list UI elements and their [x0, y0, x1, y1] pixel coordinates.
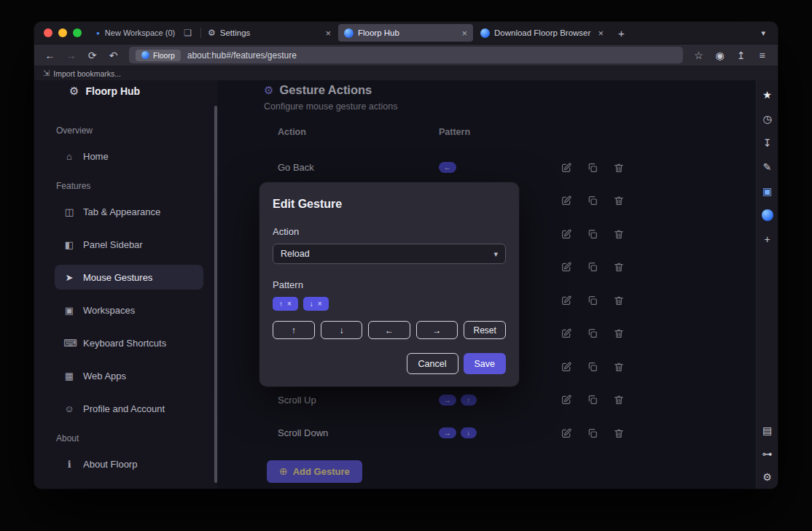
action-select[interactable]: Reload ▾ [273, 244, 506, 264]
edit-gesture-button[interactable] [559, 326, 574, 341]
downloads-icon[interactable]: ↧ [763, 137, 772, 149]
sidebar-item-workspaces[interactable]: ▣ Workspaces [55, 298, 203, 322]
edit-gesture-button[interactable] [559, 227, 574, 241]
duplicate-gesture-button[interactable] [585, 426, 600, 441]
duplicate-gesture-button[interactable] [585, 360, 600, 374]
sidebar-item-profile-account[interactable]: ☺ Profile and Account [55, 396, 203, 421]
workspace-dot-icon: ● [96, 30, 100, 36]
table-header: Action Pattern [278, 123, 632, 141]
import-bookmarks-button[interactable]: ⇲ Import bookmarks... [43, 69, 121, 78]
reset-button[interactable]: Reset [464, 321, 506, 339]
archive-icon[interactable]: ▤ [762, 425, 772, 436]
forward-button[interactable]: → [61, 47, 81, 64]
duplicate-gesture-button[interactable] [585, 160, 600, 175]
duplicate-gesture-button[interactable] [585, 193, 600, 208]
direction-right-button[interactable]: → [416, 321, 458, 339]
web-panel-icon[interactable]: ▣ [762, 185, 772, 197]
workspace-indicator[interactable]: ● New Workspace (0) [92, 28, 182, 37]
edit-gesture-button[interactable] [559, 293, 574, 308]
delete-gesture-button[interactable] [612, 426, 626, 441]
scrollbar[interactable] [214, 106, 217, 483]
direction-left-button[interactable]: ← [368, 321, 410, 339]
bookmarks-icon[interactable]: ★ [762, 89, 772, 101]
pattern-chip[interactable]: ↑ × [273, 297, 298, 311]
share-icon[interactable]: ↥ [731, 47, 751, 64]
close-tab-icon[interactable]: × [461, 28, 467, 38]
edit-gesture-button[interactable] [559, 392, 574, 407]
container-tab-icon[interactable]: ❏ [182, 28, 200, 38]
delete-gesture-button[interactable] [612, 392, 626, 407]
bookmarks-toolbar: ⇲ Import bookmarks... [34, 66, 778, 80]
tab-settings[interactable]: ⚙ Settings × [202, 24, 337, 42]
column-header-action: Action [278, 127, 439, 137]
bookmark-star-icon[interactable]: ☆ [689, 47, 708, 64]
sidebar-item-label: Profile and Account [83, 403, 165, 414]
sidebar-item-about-floorp[interactable]: ℹ About Floorp [55, 451, 203, 476]
add-panel-button[interactable]: + [764, 233, 770, 245]
settings-gear-icon[interactable]: ⚙ [762, 471, 772, 483]
sidebar-item-home[interactable]: ⌂ Home [55, 144, 203, 168]
delete-gesture-button[interactable] [612, 193, 626, 208]
floorp-hub-icon[interactable] [762, 209, 773, 221]
gesture-action-label: Scroll Up [278, 395, 439, 406]
zoom-window-button[interactable] [73, 28, 82, 37]
duplicate-gesture-button[interactable] [585, 293, 600, 308]
delete-gesture-button[interactable] [612, 160, 626, 175]
sidebar-item-label: Panel Sidebar [83, 239, 143, 250]
reload-button[interactable]: ⟳ [82, 47, 102, 64]
remove-chip-icon[interactable]: × [287, 300, 292, 308]
url-bar[interactable]: Floorp about:hub#/features/gesture [129, 47, 683, 63]
close-window-button[interactable] [44, 28, 52, 37]
history-icon[interactable]: ◷ [762, 113, 771, 125]
edit-gesture-button[interactable] [559, 193, 574, 208]
duplicate-gesture-button[interactable] [585, 326, 600, 341]
cursor-icon: ➤ [63, 272, 75, 283]
duplicate-gesture-button[interactable] [585, 260, 600, 274]
tab-download-floorp[interactable]: Download Floorp Browser × [475, 24, 609, 42]
row-actions [559, 293, 632, 308]
menu-icon[interactable]: ≡ [752, 47, 772, 64]
notes-icon[interactable]: ✎ [763, 161, 772, 173]
tab-floorp-hub[interactable]: Floorp Hub × [338, 24, 473, 42]
edit-gesture-dialog: Edit Gesture Action Reload ▾ Pattern ↑ ×… [259, 182, 519, 387]
tab-label: Settings [220, 28, 321, 37]
site-identity-chip[interactable]: Floorp [136, 50, 181, 61]
delete-gesture-button[interactable] [612, 326, 626, 341]
close-tab-icon[interactable]: × [598, 28, 604, 38]
duplicate-gesture-button[interactable] [585, 227, 600, 241]
save-button[interactable]: Save [464, 353, 507, 374]
remove-chip-icon[interactable]: × [318, 300, 322, 308]
list-all-tabs-button[interactable]: ▾ [761, 28, 778, 38]
sidebar-item-keyboard-shortcuts[interactable]: ⌨ Keyboard Shortcuts [55, 330, 203, 355]
edit-gesture-button[interactable] [559, 360, 574, 374]
new-tab-button[interactable]: + [610, 27, 633, 39]
direction-down-button[interactable]: ↓ [321, 321, 363, 339]
sidebar-item-tab-appearance[interactable]: ◫ Tab & Appearance [55, 199, 203, 224]
delete-gesture-button[interactable] [612, 360, 626, 374]
keyboard-icon: ⌨ [63, 338, 75, 349]
sidebar-item-mouse-gestures[interactable]: ➤ Mouse Gestures [55, 265, 203, 290]
close-tab-icon[interactable]: × [325, 28, 331, 38]
delete-gesture-button[interactable] [612, 260, 626, 274]
minimize-window-button[interactable] [58, 28, 67, 37]
hub-title-label: Floorp Hub [85, 85, 140, 97]
back-button[interactable]: ← [40, 47, 60, 64]
direction-up-button[interactable]: ↑ [273, 321, 315, 339]
pattern-chip[interactable]: ↓ × [303, 297, 329, 311]
undo-icon[interactable]: ↶ [104, 47, 123, 64]
rail-bottom-group: ▤ ⊶ ⚙ [762, 425, 773, 483]
sidebar-item-web-apps[interactable]: ▦ Web Apps [55, 363, 203, 388]
sidebar-item-panel-sidebar[interactable]: ◧ Panel Sidebar [55, 232, 203, 257]
duplicate-gesture-button[interactable] [585, 392, 600, 407]
delete-gesture-button[interactable] [612, 227, 626, 241]
add-gesture-button[interactable]: ⊕ Add Gesture [267, 460, 362, 483]
delete-gesture-button[interactable] [612, 293, 626, 308]
pattern-cell: ← [439, 162, 559, 173]
edit-gesture-button[interactable] [559, 426, 574, 441]
account-icon[interactable]: ◉ [710, 47, 730, 64]
sidebar-item-label: Workspaces [83, 305, 135, 316]
key-icon[interactable]: ⊶ [762, 448, 773, 460]
cancel-button[interactable]: Cancel [407, 353, 458, 374]
edit-gesture-button[interactable] [559, 260, 574, 274]
edit-gesture-button[interactable] [559, 160, 574, 175]
